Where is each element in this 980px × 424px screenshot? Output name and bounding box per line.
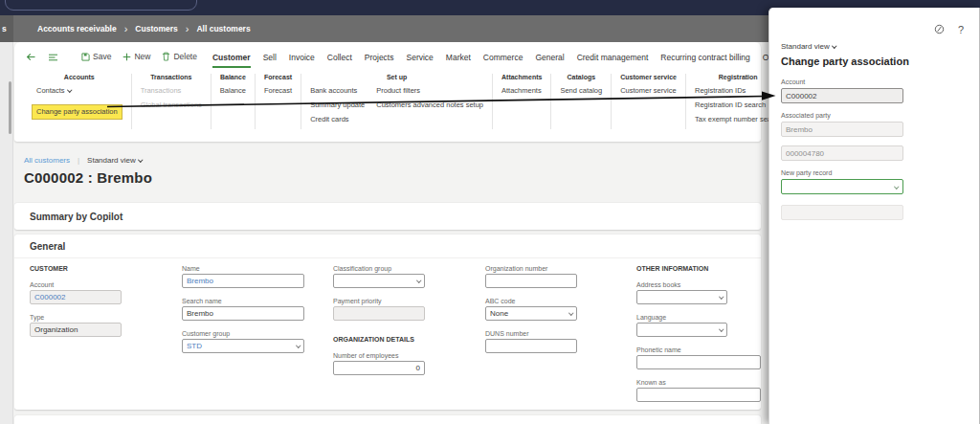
panel-associated-party-label: Associated party: [781, 112, 968, 119]
action-pane: Save New Delete Customer Sell Invoice Co…: [14, 42, 761, 142]
nav-pane-sliver: s: [0, 15, 13, 42]
copilot-section-title: Summary by Copilot: [30, 212, 122, 222]
customer-group-field[interactable]: [182, 339, 304, 353]
ribbon-group-title: Attachments: [501, 74, 542, 80]
save-label: Save: [93, 52, 111, 61]
credit-cards-button[interactable]: Credit cards: [310, 115, 365, 124]
breadcrumb-item-accounts-receivable[interactable]: Accounts receivable: [37, 24, 117, 33]
view-selector[interactable]: Standard view: [87, 156, 142, 165]
tab-sell[interactable]: Sell: [263, 45, 277, 68]
left-rail: [0, 42, 13, 424]
bank-accounts-button[interactable]: Bank accounts: [310, 86, 365, 96]
tab-credit-management[interactable]: Credit management: [577, 45, 649, 68]
name-field[interactable]: [182, 274, 304, 288]
tab-projects[interactable]: Projects: [365, 45, 394, 68]
tab-customer[interactable]: Customer: [212, 45, 251, 68]
abc-code-field[interactable]: [485, 306, 577, 321]
global-transactions-button: Global transactions: [141, 100, 202, 110]
address-books-field[interactable]: [636, 290, 727, 304]
send-catalog-button[interactable]: Send catalog: [560, 86, 602, 96]
panel-account-label: Account: [781, 78, 968, 85]
summary-update-button[interactable]: Summary update: [310, 100, 365, 110]
left-rail-scrollbar[interactable]: [9, 81, 11, 134]
ribbon-group-transactions: Transactions Transactions Global transac…: [132, 74, 212, 129]
address-books-label: Address books: [636, 281, 761, 288]
trash-icon: [162, 52, 170, 61]
breadcrumb-item-customers[interactable]: Customers: [135, 24, 177, 33]
change-party-association-panel: ? Standard view Change party association…: [768, 8, 980, 424]
addresses-section[interactable]: Addresses: [14, 415, 761, 424]
language-field[interactable]: [636, 323, 727, 337]
customers-advanced-notes-setup-button[interactable]: Customers advanced notes setup: [376, 100, 483, 110]
ribbon-group-catalogs: Catalogs Send catalog: [551, 74, 612, 129]
payment-priority-field: [333, 306, 425, 321]
ribbon-group-title: Catalogs: [560, 74, 602, 80]
panel-account-field: [781, 88, 903, 103]
back-arrow-icon: [26, 52, 36, 62]
search-name-field[interactable]: [182, 306, 304, 321]
new-button[interactable]: New: [122, 52, 150, 61]
tab-market[interactable]: Market: [446, 45, 471, 68]
general-section: General CUSTOMER Account Type Name Searc…: [14, 234, 761, 410]
known-as-field[interactable]: [636, 388, 761, 402]
save-icon: [81, 53, 90, 61]
general-column-organization: Organization number ABC code DUNS number: [485, 263, 577, 353]
ribbon: Accounts Contacts Change party associati…: [14, 71, 761, 129]
feedback-icon[interactable]: [934, 21, 945, 38]
attachments-button[interactable]: Attachments: [501, 86, 542, 96]
balance-button[interactable]: Balance: [220, 86, 246, 96]
action-pane-menu-icon[interactable]: [48, 53, 58, 61]
organization-number-label: Organization number: [485, 265, 577, 272]
organization-number-field[interactable]: [485, 274, 577, 288]
topbar-tab-outline: [5, 0, 197, 11]
classification-group-field[interactable]: [333, 274, 425, 288]
nav-pane-sliver-text: s: [2, 24, 7, 33]
delete-button[interactable]: Delete: [162, 52, 197, 61]
product-filters-button[interactable]: Product filters: [376, 86, 483, 96]
ribbon-group-title: Forecast: [264, 74, 292, 80]
tab-commerce[interactable]: Commerce: [483, 45, 523, 68]
tab-service[interactable]: Service: [406, 45, 433, 68]
ribbon-group-title: Customer service: [620, 74, 677, 80]
plus-icon: [122, 53, 131, 61]
number-of-employees-field[interactable]: [333, 361, 425, 375]
tab-general[interactable]: General: [535, 45, 564, 68]
breadcrumb-item-all-customers[interactable]: All customers: [196, 24, 250, 33]
all-customers-link[interactable]: All customers: [24, 156, 70, 165]
ribbon-group-customer-service: Customer service Customer service: [612, 74, 686, 129]
language-label: Language: [636, 314, 761, 321]
tab-recurring-contract-billing[interactable]: Recurring contract billing: [660, 45, 750, 68]
back-button[interactable]: [26, 52, 36, 62]
header-divider: |: [78, 156, 79, 165]
forecast-button[interactable]: Forecast: [264, 86, 292, 96]
page-title: C000002 : Brembo: [24, 169, 152, 186]
action-pane-tabs: Customer Sell Invoice Collect Projects S…: [212, 45, 791, 68]
customer-service-button[interactable]: Customer service: [620, 86, 677, 96]
change-party-association-button[interactable]: Change party association: [32, 104, 122, 120]
duns-number-field[interactable]: [485, 339, 577, 353]
tab-collect[interactable]: Collect: [327, 45, 352, 68]
panel-extra-field: [781, 205, 903, 220]
copilot-summary-section[interactable]: Summary by Copilot: [14, 203, 761, 230]
general-column-classification: Classification group Payment priority OR…: [333, 263, 425, 375]
classification-group-label: Classification group: [333, 265, 425, 272]
tab-invoice[interactable]: Invoice: [289, 45, 315, 68]
general-section-title[interactable]: General: [14, 234, 761, 258]
command-bar: Save New Delete Customer Sell Invoice Co…: [14, 42, 761, 71]
ribbon-group-title: Accounts: [36, 74, 122, 80]
help-icon[interactable]: ?: [958, 24, 964, 35]
panel-title: Change party association: [781, 56, 979, 67]
panel-new-party-record-label: New party record: [781, 169, 968, 176]
chevron-down-icon: [832, 43, 836, 48]
payment-priority-label: Payment priority: [333, 298, 425, 304]
ribbon-group-forecast: Forecast Forecast: [256, 74, 301, 129]
phonetic-name-field[interactable]: [636, 355, 761, 369]
save-button[interactable]: Save: [81, 52, 111, 61]
ribbon-group-attachments: Attachments Attachments: [493, 74, 551, 129]
general-column-other-info: OTHER INFORMATION Address books Language…: [636, 263, 761, 402]
abc-code-label: ABC code: [485, 298, 577, 304]
contacts-menu-button[interactable]: Contacts: [36, 86, 122, 96]
panel-view-selector[interactable]: Standard view: [781, 42, 979, 51]
type-label: Type: [30, 314, 122, 321]
panel-new-party-record-field[interactable]: [781, 179, 903, 194]
